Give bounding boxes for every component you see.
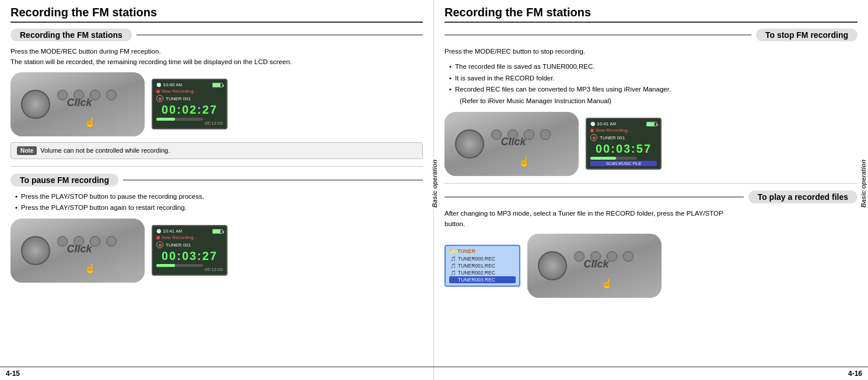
left-divider <box>10 166 423 167</box>
rec-file-icon-1: 🎵 <box>450 263 456 269</box>
left-section2-header: To pause FM recording <box>10 174 118 187</box>
right-lcd1-progress-fill <box>590 157 616 160</box>
right-section1-line <box>444 34 751 36</box>
right-section2: To play a recorded files After changing … <box>444 191 858 298</box>
right-section2-header: To play a recorded files <box>748 191 858 203</box>
left-lcd2-progress-fill <box>156 264 175 267</box>
right-section1-header: To stop FM recording <box>756 29 858 41</box>
right-sidebar-label: Basic operation <box>860 157 867 210</box>
right-device1-click: Click <box>501 136 526 148</box>
rec-file-icon-2: 🎵 <box>450 270 456 276</box>
left-device2: Click ☝ <box>10 219 145 283</box>
right-device2-click: Click <box>584 258 609 270</box>
left-lcd1: 🕐 10:40 AM Now Recording... ⏺ <box>152 79 228 129</box>
right-page: Recording the FM stations To stop FM rec… <box>434 0 868 367</box>
left-section2-bullets: Press the PLAY/STOP button to pause the … <box>10 191 423 214</box>
right-divider <box>444 183 858 184</box>
right-lcd1: 🕐 10:41 AM Now Recording... ⏺ <box>586 118 662 170</box>
left-device1-click: Click <box>67 97 92 109</box>
right-lcd1-scan-bar: SCAN MUSIC FILE <box>590 161 657 166</box>
right-lcd1-battery <box>646 122 657 126</box>
right-lcd1-rec-icon: ⏺ <box>590 134 597 141</box>
left-section1-header-wrap: Recording the FM stations <box>10 29 423 41</box>
left-lcd2-tuner-row: ⏺ TUNER 001 <box>156 241 223 248</box>
right-lcd1-timer: 00:03:57 <box>590 142 657 156</box>
left-lcd1-progress-fill <box>156 118 175 121</box>
left-note-label: Note <box>17 146 37 155</box>
right-section1-bullet2: It is saved in the RECORD folder. <box>449 73 858 85</box>
left-section1: Recording the FM stations Press the MODE… <box>10 29 423 159</box>
left-lcd1-rec-icon: ⏺ <box>156 95 163 102</box>
left-section2-header-wrap: To pause FM recording <box>10 174 423 187</box>
left-page-title: Recording the FM stations <box>10 6 423 23</box>
left-section2: To pause FM recording Press the PLAY/STO… <box>10 174 423 283</box>
left-lcd1-tuner-row: ⏺ TUNER 001 <box>156 95 223 102</box>
right-section2-header-wrap: To play a recorded files <box>444 191 858 203</box>
rec-file-icon-3: 🎵 <box>450 277 456 283</box>
left-lcd2-topbar: 🕐 10:41 AM <box>156 228 223 234</box>
left-lcd2-remaining: 05:12:03 <box>156 267 223 272</box>
right-device2-cursor: ☝ <box>601 278 613 289</box>
footer: 4-15 4-16 <box>0 367 868 380</box>
right-section1-bullet1: The recorded file is saved as TUNER000.R… <box>449 61 858 73</box>
left-section1-device-row: Click ☝ 🕐 10:40 AM <box>10 72 423 136</box>
right-device1: Click ☝ <box>444 112 579 176</box>
right-lcd1-progress-bg <box>590 157 637 160</box>
left-lcd1-recording: Now Recording... <box>156 89 223 94</box>
right-section2-desc: After changing to MP3 mode, select a Tun… <box>444 208 858 230</box>
right-file-browser-item-1: 🎵 TUNER001.REC <box>449 262 516 269</box>
right-device1-cursor: ☝ <box>519 156 530 167</box>
left-section2-bullet2: Press the PLAY/STOP button again to rest… <box>15 202 423 214</box>
left-note-box: Note Volume can not be controlled while … <box>10 142 423 159</box>
left-section1-desc1: Press the MODE/REC button during FM rece… <box>10 46 423 68</box>
right-page-number: 4-16 <box>434 367 868 380</box>
left-section1-line <box>136 34 423 36</box>
right-lcd1-progress-row <box>590 157 657 160</box>
left-lcd2-rec-icon: ⏺ <box>156 241 163 248</box>
left-device1: Click ☝ <box>10 72 145 136</box>
right-file-browser-item-0: 🎵 TUNER000.REC <box>449 255 516 262</box>
left-section2-device-row: Click ☝ 🕐 10:41 AM <box>10 219 423 283</box>
right-page-title: Recording the FM stations <box>444 6 858 23</box>
left-lcd2-tuner: TUNER 001 <box>166 242 191 248</box>
left-section2-line <box>123 180 423 181</box>
left-lcd2-dot <box>156 236 160 240</box>
right-lcd1-recording: Now Recording... <box>590 128 657 133</box>
right-section1-bullets: The recorded file is saved as TUNER000.R… <box>444 61 858 107</box>
right-file-browser-folder: 📁 TUNER <box>449 248 516 254</box>
left-lcd2-time: 🕐 10:41 AM <box>156 228 182 234</box>
right-section1-desc: Press the MODE/REC button to stop record… <box>444 46 858 57</box>
left-lcd1-progress-bg <box>156 118 203 121</box>
left-lcd1-time: 🕐 10:40 AM <box>156 82 182 87</box>
rec-file-icon-0: 🎵 <box>450 256 456 262</box>
right-lcd1-time: 🕐 10:41 AM <box>590 121 616 126</box>
left-page-number: 4-15 <box>0 367 434 380</box>
left-device1-cursor: ☝ <box>85 117 96 128</box>
left-section2-bullet1: Press the PLAY/STOP button to pause the … <box>15 191 423 203</box>
left-note-text: Volume can not be controlled while recor… <box>40 147 170 154</box>
left-lcd2-battery <box>212 229 223 234</box>
left-lcd2-progress-bg <box>156 264 203 267</box>
left-lcd1-tuner: TUNER 001 <box>166 96 191 101</box>
folder-icon: 📁 <box>449 248 456 254</box>
right-file-browser-item-3: 🎵 TUNER003.REC <box>449 276 516 283</box>
left-lcd1-remaining: 05:12:03 <box>156 121 223 126</box>
left-section1-header: Recording the FM stations <box>10 29 132 41</box>
main-container: Recording the FM stations Recording the … <box>0 0 868 367</box>
right-device2: Click ☝ <box>527 234 662 298</box>
right-section1-header-wrap: To stop FM recording <box>444 29 858 41</box>
right-section1: To stop FM recording Press the MODE/REC … <box>444 29 858 176</box>
left-device2-click: Click <box>67 243 92 255</box>
left-lcd2: 🕐 10:41 AM Now Recording... ⏺ <box>152 225 228 276</box>
right-lcd1-tuner-row: ⏺ TUNER 001 <box>590 134 657 141</box>
right-section1-bullet3: Recorded REC files can be converted to M… <box>449 84 858 107</box>
right-file-browser: 📁 TUNER 🎵 TUNER000.REC 🎵 TUNER001.REC 🎵 … <box>444 245 520 287</box>
right-section2-line <box>444 196 744 198</box>
left-page: Recording the FM stations Recording the … <box>0 0 434 367</box>
right-lcd1-tuner: TUNER 001 <box>600 135 625 140</box>
left-lcd1-dot <box>156 90 160 93</box>
right-section1-device-row: Click ☝ 🕐 10:41 AM <box>444 112 858 176</box>
right-section2-content-row: 📁 TUNER 🎵 TUNER000.REC 🎵 TUNER001.REC 🎵 … <box>444 234 858 298</box>
left-lcd2-recording: Now Recording... <box>156 235 223 240</box>
left-lcd2-timer: 00:03:27 <box>156 249 223 263</box>
